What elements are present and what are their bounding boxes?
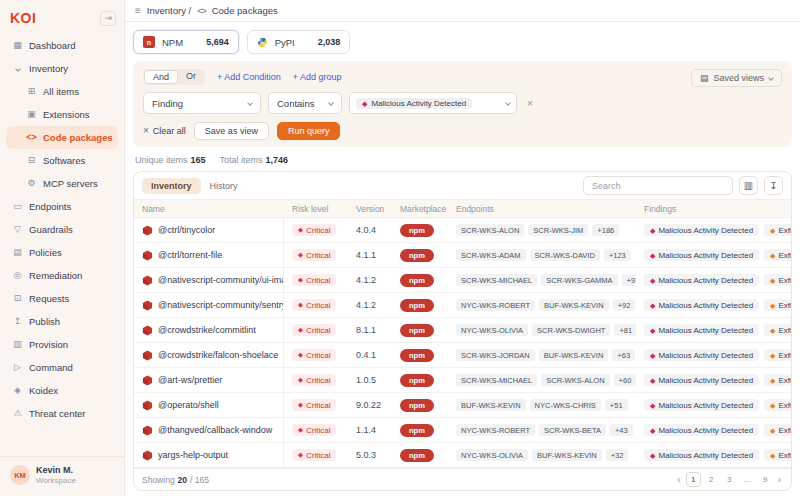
critical-diamond-icon: ◆ [298, 327, 303, 334]
workspace-switcher[interactable]: KM Kevin M. Workspace [0, 456, 124, 488]
critical-diamond-icon: ◆ [650, 302, 655, 309]
endpoint-more-chip[interactable]: +123 [604, 249, 631, 261]
sidebar-item-threat-center[interactable]: ⚠Threat center [6, 402, 118, 425]
operator-select[interactable]: Contains [268, 92, 342, 114]
endpoint-more-chip[interactable]: +32 [606, 449, 629, 461]
columns-icon[interactable]: ▥ [739, 176, 758, 195]
page-button-2[interactable]: 2 [704, 472, 719, 487]
sidebar-item-dashboard[interactable]: ▦Dashboard [6, 34, 118, 57]
page-button-3[interactable]: 3 [722, 472, 737, 487]
page-button-9[interactable]: 9 [758, 472, 773, 487]
marketplace-badge: npm [400, 299, 434, 312]
sidebar-item-code-packages[interactable]: <>Code packages [6, 126, 118, 149]
endpoint-more-chip[interactable]: +92 [613, 299, 636, 311]
softwares-icon: ⊟ [26, 156, 37, 165]
search-input[interactable] [583, 176, 733, 195]
package-name: @thangved/callback-window [158, 425, 272, 435]
sidebar-item-command[interactable]: ▷Command [6, 356, 118, 379]
sidebar-item-all-items[interactable]: ⊞All items [6, 80, 118, 103]
tab-inventory[interactable]: Inventory [142, 178, 201, 194]
and-button[interactable]: And [144, 70, 178, 84]
table-row[interactable]: @thangved/callback-window◆Critical1.1.4n… [134, 418, 791, 443]
save-as-view-button[interactable]: Save as view [194, 122, 269, 140]
marketplace-cell: npm [392, 374, 448, 387]
sidebar-item-guardrails[interactable]: ▽Guardrails [6, 218, 118, 241]
add-group-button[interactable]: + Add group [293, 72, 342, 82]
close-icon: × [143, 125, 149, 136]
name-cell: @ctrl/tinycolor [134, 218, 284, 242]
table-row[interactable]: @ctrl/torrent-file◆Critical4.1.1npmSCR-W… [134, 243, 791, 268]
remove-condition-icon[interactable]: × [527, 98, 533, 109]
field-select[interactable]: Finding [143, 92, 261, 114]
package-name: @ctrl/torrent-file [158, 250, 222, 260]
previous-page-icon[interactable]: ‹ [675, 474, 682, 485]
findings-cell: ◆Malicious Activity Detected◆Exfils Clou… [636, 224, 791, 236]
table-row[interactable]: @art-ws/prettier◆Critical1.0.5npmSCR-WKS… [134, 368, 791, 393]
collapse-sidebar-icon[interactable]: ⇥ [100, 11, 116, 26]
sidebar-item-label: Requests [29, 293, 69, 304]
critical-diamond-icon: ◆ [650, 227, 655, 234]
finding-chip: ◆Exfils Cloud Keys [764, 274, 791, 286]
list-icon[interactable]: ≡ [135, 5, 141, 16]
or-button[interactable]: Or [178, 70, 204, 84]
sidebar-item-label: MCP servers [43, 178, 98, 189]
package-name: @operato/shell [158, 400, 219, 410]
breadcrumb: ≡ Inventory / <> Code packages [125, 0, 800, 22]
page-button-1[interactable]: 1 [686, 472, 701, 487]
sidebar-item-policies[interactable]: ▤Policies [6, 241, 118, 264]
endpoint-more-chip[interactable]: +43 [610, 424, 633, 436]
run-query-button[interactable]: Run query [277, 122, 341, 140]
clear-all-button[interactable]: × Clear all [143, 125, 186, 136]
endpoint-chip: SCR-WKS-ADAM [456, 249, 526, 261]
add-condition-button[interactable]: + Add Condition [217, 72, 281, 82]
code-icon: <> [26, 133, 37, 142]
table-row[interactable]: @operato/shell◆Critical9.0.22npmBUF-WKS-… [134, 393, 791, 418]
endpoint-more-chip[interactable]: +63 [612, 349, 635, 361]
endpoint-more-chip[interactable]: +81 [614, 324, 636, 336]
package-icon [142, 425, 153, 436]
endpoint-more-chip[interactable]: +97 [622, 274, 636, 286]
table-row[interactable]: @ctrl/tinycolor◆Critical4.0.4npmSCR-WKS-… [134, 218, 791, 243]
sidebar-item-koidex[interactable]: ◈Koidex [6, 379, 118, 402]
endpoints-cell: NYC-WKS-OLIVIASCR-WKS-DWIGHT+81 [448, 324, 636, 336]
endpoints-cell: NYC-WKS-ROBERTSCR-WKS-BETA+43 [448, 424, 636, 436]
table-row[interactable]: @nativescript-community/ui-image◆Critica… [134, 268, 791, 293]
endpoints-cell: SCR-WKS-MICHAELSCR-WKS-ALON+60 [448, 374, 636, 386]
endpoint-more-chip[interactable]: +60 [614, 374, 636, 386]
table-row[interactable]: @crowdstrike/falcon-shoelace◆Critical0.4… [134, 343, 791, 368]
next-page-icon[interactable]: › [776, 474, 783, 485]
column-header-risk-level: Risk level [284, 204, 348, 214]
finding-label: Exfils Cloud Keys [778, 401, 791, 410]
tab-history[interactable]: History [201, 178, 247, 194]
showing-value: 20 [178, 475, 187, 485]
sidebar-item-softwares[interactable]: ⊟Softwares [6, 149, 118, 172]
app-root: KOI ⇥ ▦DashboardInventory⊞All items▣Exte… [0, 0, 800, 496]
risk-badge: ◆Critical [292, 249, 336, 261]
sidebar-item-mcp-servers[interactable]: ⚙MCP servers [6, 172, 118, 195]
finding-chip: ◆Exfils Cloud Keys [764, 399, 791, 411]
sidebar-item-provision[interactable]: ▥Provision [6, 333, 118, 356]
pypi-stat-card[interactable]: PyPI 2,038 [247, 30, 351, 54]
endpoint-more-chip[interactable]: +186 [592, 224, 619, 236]
endpoint-more-chip[interactable]: +51 [605, 399, 628, 411]
table-row[interactable]: yargs-help-output◆Critical5.0.3npmNYC-WK… [134, 443, 791, 468]
npm-stat-card[interactable]: n NPM 5,694 [133, 30, 239, 54]
table-row[interactable]: @crowdstrike/commitlint◆Critical8.1.1npm… [134, 318, 791, 343]
sidebar-item-extensions[interactable]: ▣Extensions [6, 103, 118, 126]
critical-diamond-icon: ◆ [298, 227, 303, 234]
warning-diamond-icon: ◆ [770, 427, 775, 434]
finding-chip: ◆Exfils Cloud Keys [764, 424, 791, 436]
sidebar-item-publish[interactable]: ↥Publish [6, 310, 118, 333]
table-row[interactable]: @nativescript-community/sentry◆Critical4… [134, 293, 791, 318]
sidebar-item-requests[interactable]: ⊡Requests [6, 287, 118, 310]
chevron-down-icon [328, 100, 334, 106]
results-table-card: Inventory History ▥ ↧ Name Risk level Ve… [133, 171, 792, 491]
sidebar-item-remediation[interactable]: ◎Remediation [6, 264, 118, 287]
saved-views-button[interactable]: ▤ Saved views [691, 69, 782, 87]
breadcrumb-root[interactable]: Inventory / [147, 5, 191, 16]
download-icon[interactable]: ↧ [764, 176, 783, 195]
sidebar-item-endpoints[interactable]: ▭Endpoints [6, 195, 118, 218]
value-select[interactable]: ◆ Malicious Activity Detected [349, 92, 517, 114]
sidebar-item-inventory[interactable]: Inventory [6, 57, 118, 80]
total-items-value: 1,746 [266, 155, 289, 165]
